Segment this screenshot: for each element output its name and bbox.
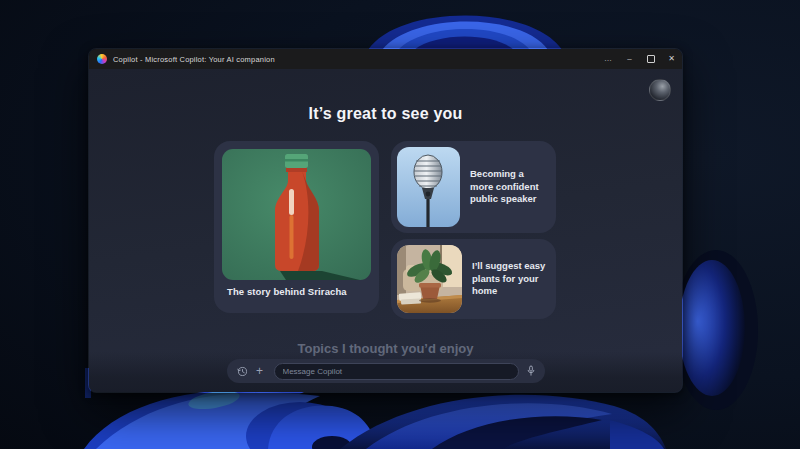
copilot-content: It’s great to see you: [89, 69, 682, 393]
card-caption: The story behind Sriracha: [222, 286, 371, 297]
topics-section-heading: Topics I thought you’d enjoy: [89, 341, 682, 356]
maximize-icon: [647, 55, 655, 63]
suggestion-card-plants[interactable]: I’ll suggest easy plants for your home: [391, 239, 556, 319]
maximize-button[interactable]: [640, 49, 661, 69]
suggestion-card-sriracha[interactable]: The story behind Sriracha: [214, 141, 379, 313]
close-button[interactable]: ✕: [661, 49, 682, 69]
suggestion-cards: The story behind Sriracha: [214, 141, 556, 319]
window-title: Copilot - Microsoft Copilot: Your AI com…: [113, 55, 592, 64]
copilot-logo-icon: [97, 54, 107, 64]
suggestion-card-speaker[interactable]: Becoming a more confident public speaker: [391, 141, 556, 233]
add-attachment-button[interactable]: +: [252, 363, 268, 379]
minimize-button[interactable]: –: [619, 49, 640, 69]
voice-input-button[interactable]: [521, 361, 541, 381]
sriracha-bottle-image: [222, 149, 371, 280]
card-caption: Becoming a more confident public speaker: [470, 168, 550, 206]
card-caption: I’ll suggest easy plants for your home: [472, 260, 550, 298]
plant-image: [397, 245, 462, 313]
window-controls: … – ✕: [598, 49, 682, 69]
history-button[interactable]: [235, 363, 250, 379]
message-input[interactable]: [274, 363, 519, 380]
cards-column: Becoming a more confident public speaker: [391, 141, 556, 319]
title-bar[interactable]: Copilot - Microsoft Copilot: Your AI com…: [89, 49, 682, 69]
history-icon: [237, 366, 248, 377]
profile-avatar[interactable]: [649, 79, 671, 101]
greeting-heading: It’s great to see you: [89, 105, 682, 123]
desktop: Copilot - Microsoft Copilot: Your AI com…: [0, 0, 800, 449]
microphone-image: [397, 147, 460, 227]
message-composer: +: [227, 359, 545, 383]
microphone-icon: [526, 365, 536, 377]
copilot-window: Copilot - Microsoft Copilot: Your AI com…: [88, 48, 683, 393]
more-options-button[interactable]: …: [598, 49, 619, 69]
